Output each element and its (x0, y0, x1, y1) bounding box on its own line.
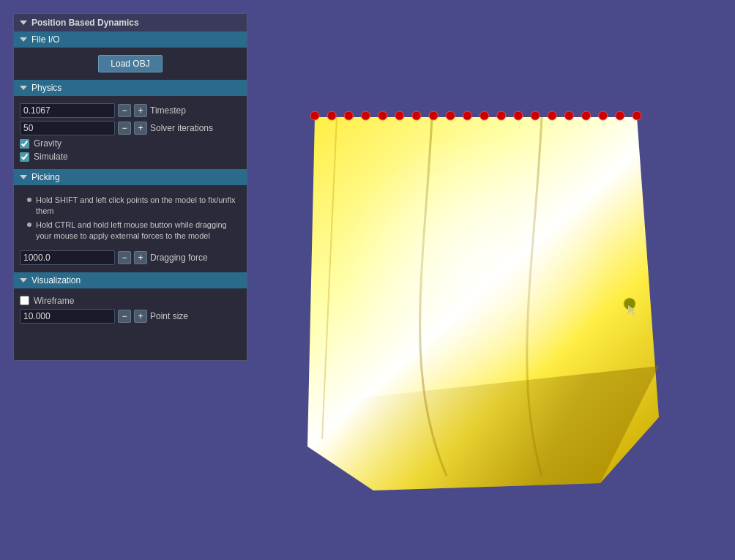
picking-section-header[interactable]: Picking (14, 169, 247, 185)
control-panel: Position Based Dynamics File I/O Load OB… (13, 13, 247, 361)
point-size-plus-button[interactable]: + (134, 310, 147, 323)
panel-title: Position Based Dynamics (14, 14, 247, 31)
visualization-content: Wireframe − + Point size (14, 288, 247, 331)
wireframe-row: Wireframe (20, 296, 241, 306)
dragging-force-input[interactable] (20, 250, 115, 265)
visualization-section-header[interactable]: Visualization (14, 272, 247, 288)
dragging-force-row: − + Dragging force (20, 250, 241, 265)
solver-iterations-label: Solver iterations (150, 123, 213, 133)
file-io-label: File I/O (31, 34, 60, 45)
wireframe-checkbox[interactable] (20, 296, 29, 305)
solver-iterations-plus-button[interactable]: + (134, 122, 147, 135)
picking-instruction-1-text: Hold SHIFT and left click points on the … (36, 195, 241, 217)
point-size-label: Point size (150, 311, 188, 321)
file-io-section-header[interactable]: File I/O (14, 31, 247, 48)
viewport[interactable] (256, 0, 735, 560)
panel-collapse-icon[interactable] (20, 20, 27, 25)
physics-section-header[interactable]: Physics (14, 80, 247, 96)
simulate-row: Simulate (20, 152, 241, 162)
file-io-content: Load OBJ (14, 48, 247, 80)
gravity-checkbox[interactable] (20, 139, 29, 149)
gravity-label: Gravity (34, 138, 61, 149)
point-size-minus-button[interactable]: − (118, 310, 131, 323)
physics-content: − + Timestep − + Solver iterations Gravi… (14, 96, 247, 169)
timestep-plus-button[interactable]: + (134, 104, 147, 117)
timestep-minus-button[interactable]: − (118, 104, 131, 117)
visualization-collapse-icon (20, 278, 27, 283)
dragging-force-label: Dragging force (150, 253, 208, 263)
simulate-label: Simulate (34, 152, 68, 162)
picking-collapse-icon (20, 175, 27, 179)
panel-bottom-padding (14, 331, 247, 360)
solver-iterations-input[interactable] (20, 121, 115, 135)
picking-instruction-1: Hold SHIFT and left click points on the … (27, 195, 241, 217)
visualization-label: Visualization (31, 275, 81, 285)
dragging-force-minus-button[interactable]: − (118, 251, 131, 264)
simulate-checkbox[interactable] (20, 152, 29, 162)
solver-iterations-minus-button[interactable]: − (118, 122, 131, 135)
picking-instruction-2: Hold CTRL and hold left mouse button whi… (27, 220, 241, 242)
timestep-input[interactable] (20, 103, 115, 118)
panel-title-label: Position Based Dynamics (31, 18, 139, 28)
physics-label: Physics (31, 83, 61, 93)
load-obj-button[interactable]: Load OBJ (98, 55, 162, 72)
picking-label: Picking (31, 172, 60, 182)
bullet-dot-2 (27, 223, 31, 227)
point-size-input[interactable] (20, 309, 115, 324)
picking-instruction-2-text: Hold CTRL and hold left mouse button whi… (36, 220, 241, 242)
point-size-row: − + Point size (20, 309, 241, 324)
physics-collapse-icon (20, 86, 27, 90)
solver-iterations-row: − + Solver iterations (20, 121, 241, 135)
picking-content: Hold SHIFT and left click points on the … (14, 185, 247, 272)
bullet-dot-1 (27, 198, 31, 202)
timestep-label: Timestep (150, 105, 186, 116)
cloth-canvas[interactable] (256, 0, 735, 560)
wireframe-label: Wireframe (34, 296, 74, 306)
picking-instructions: Hold SHIFT and left click points on the … (20, 190, 241, 247)
file-io-collapse-icon (20, 37, 27, 42)
dragging-force-plus-button[interactable]: + (134, 251, 147, 264)
gravity-row: Gravity (20, 138, 241, 149)
timestep-row: − + Timestep (20, 103, 241, 118)
